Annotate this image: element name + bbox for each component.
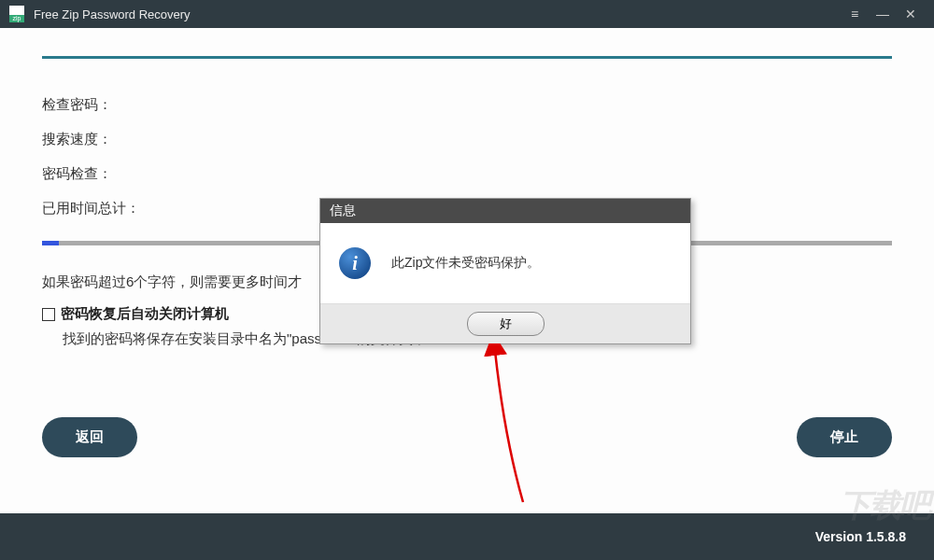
info-dialog: 信息 i 此Zip文件未受密码保护。 好 bbox=[319, 198, 691, 344]
dialog-title: 信息 bbox=[320, 199, 690, 223]
dialog-body: i 此Zip文件未受密码保护。 bbox=[320, 223, 690, 303]
info-icon: i bbox=[339, 247, 371, 279]
dialog-actions: 好 bbox=[320, 303, 690, 343]
dialog-message: 此Zip文件未受密码保护。 bbox=[391, 255, 540, 272]
ok-button[interactable]: 好 bbox=[467, 312, 545, 336]
dialog-overlay: 信息 i 此Zip文件未受密码保护。 好 bbox=[0, 0, 934, 560]
